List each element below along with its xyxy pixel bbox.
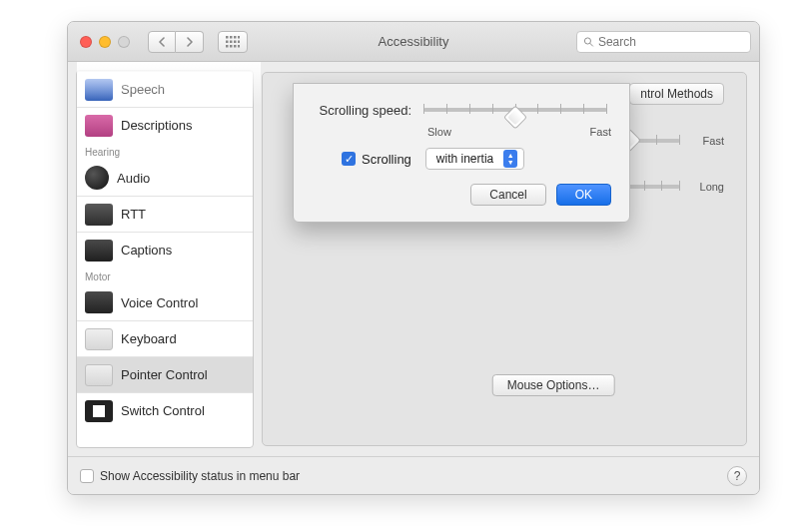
sidebar-item-descriptions[interactable]: Descriptions	[77, 107, 253, 143]
svg-rect-10	[234, 45, 237, 48]
tab-label: ntrol Methods	[640, 87, 713, 101]
nav-back-forward	[148, 31, 204, 53]
close-window-button[interactable]	[80, 36, 92, 48]
sidebar-item-label: Switch Control	[121, 403, 205, 418]
search-icon	[583, 36, 594, 48]
preferences-window: Accessibility Speech Descriptions Hea	[67, 21, 760, 495]
select-value: with inertia	[436, 152, 493, 166]
svg-rect-5	[230, 40, 233, 43]
search-input[interactable]	[598, 35, 744, 49]
mouse-options-sheet: Scrolling speed: Slow Fast ✓ Scrolling w…	[293, 83, 630, 223]
scrolling-mode-select[interactable]: with inertia ▲▼	[425, 148, 524, 170]
captions-icon	[85, 240, 113, 262]
scrolling-speed-slider[interactable]	[419, 100, 611, 120]
voice-control-icon	[85, 291, 113, 313]
pointer-control-icon	[85, 364, 113, 386]
window-controls	[80, 36, 130, 48]
show-status-checkbox[interactable]	[80, 469, 94, 483]
slider-max-label: Fast	[684, 135, 724, 147]
svg-rect-6	[234, 40, 237, 43]
slider-fast-label: Fast	[590, 126, 611, 138]
svg-rect-3	[238, 36, 240, 39]
grid-icon	[226, 36, 240, 48]
svg-rect-11	[238, 45, 240, 48]
sidebar-item-pointer-control[interactable]: Pointer Control	[77, 356, 253, 392]
svg-rect-0	[226, 36, 229, 39]
sidebar-item-rtt[interactable]: RTT	[77, 196, 253, 232]
svg-rect-7	[238, 40, 240, 43]
sidebar-scroll[interactable]: Speech Descriptions Hearing Audio RTT	[77, 71, 253, 447]
slider-slow-label: Slow	[427, 126, 451, 138]
footer: Show Accessibility status in menu bar ?	[68, 456, 759, 494]
sidebar-category-motor: Motor	[77, 267, 253, 284]
help-button[interactable]: ?	[727, 466, 747, 486]
sidebar-item-label: Descriptions	[121, 118, 193, 133]
show-status-label: Show Accessibility status in menu bar	[100, 469, 300, 483]
category-sidebar: Speech Descriptions Hearing Audio RTT	[76, 70, 254, 448]
scrolling-speed-label: Scrolling speed:	[312, 103, 419, 118]
slider-max-label: Long	[684, 181, 724, 193]
sidebar-item-voice-control[interactable]: Voice Control	[77, 284, 253, 320]
sidebar-item-label: Speech	[121, 82, 165, 97]
sidebar-item-keyboard[interactable]: Keyboard	[77, 320, 253, 356]
svg-rect-4	[226, 40, 229, 43]
rtt-icon	[85, 204, 113, 226]
svg-rect-2	[234, 36, 237, 39]
mouse-options-button[interactable]: Mouse Options…	[492, 374, 615, 396]
minimize-window-button[interactable]	[99, 36, 111, 48]
ok-button[interactable]: OK	[556, 184, 611, 206]
forward-button[interactable]	[176, 31, 204, 53]
svg-rect-1	[230, 36, 233, 39]
sidebar-item-captions[interactable]: Captions	[77, 232, 253, 267]
sidebar-item-audio[interactable]: Audio	[77, 160, 253, 196]
search-field[interactable]	[576, 31, 751, 53]
sidebar-item-label: Pointer Control	[121, 367, 208, 382]
sidebar-item-label: RTT	[121, 207, 146, 222]
tab-control-methods[interactable]: ntrol Methods	[629, 83, 724, 105]
select-stepper-icon: ▲▼	[503, 150, 517, 168]
descriptions-icon	[85, 115, 113, 137]
sidebar-item-label: Keyboard	[121, 331, 177, 346]
svg-rect-8	[226, 45, 229, 48]
scrolling-checkbox-label: Scrolling	[362, 152, 411, 167]
keyboard-icon	[85, 328, 113, 350]
audio-icon	[85, 166, 109, 190]
sidebar-item-label: Captions	[121, 243, 172, 258]
titlebar: Accessibility	[68, 22, 759, 62]
cancel-button[interactable]: Cancel	[470, 184, 545, 206]
sidebar-item-label: Audio	[117, 171, 150, 186]
zoom-window-button[interactable]	[118, 36, 130, 48]
sidebar-item-speech[interactable]: Speech	[77, 71, 253, 107]
back-button[interactable]	[148, 31, 176, 53]
svg-line-13	[590, 43, 593, 46]
sidebar-item-label: Voice Control	[121, 295, 198, 310]
sidebar-item-switch-control[interactable]: Switch Control	[77, 392, 253, 428]
speech-icon	[85, 79, 113, 101]
show-all-button[interactable]	[218, 31, 248, 53]
svg-rect-9	[230, 45, 233, 48]
switch-control-icon	[85, 400, 113, 422]
scrolling-checkbox[interactable]: ✓	[342, 152, 356, 166]
sidebar-category-hearing: Hearing	[77, 143, 253, 160]
